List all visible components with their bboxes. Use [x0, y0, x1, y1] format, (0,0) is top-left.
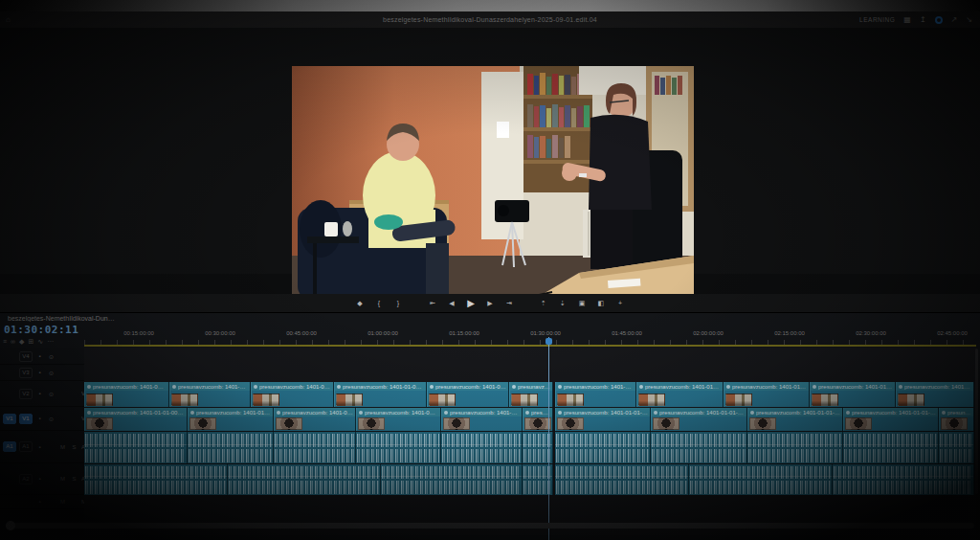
video-clip[interactable]: presunavzucomb: 1401-01-01-0023 NemethN…: [356, 408, 441, 431]
workspaces-icon[interactable]: ▦: [903, 16, 911, 24]
lock-icon[interactable]: ▪: [35, 353, 44, 359]
source-patch[interactable]: [3, 368, 16, 378]
audio-clip[interactable]: [939, 432, 974, 463]
track-target[interactable]: V3: [19, 368, 33, 378]
solo-button[interactable]: S: [70, 476, 78, 482]
audio-clip[interactable]: [833, 464, 974, 495]
lock-icon[interactable]: ▪: [35, 444, 44, 450]
audio-clip[interactable]: [228, 464, 381, 495]
share-icon[interactable]: ↗: [951, 16, 958, 24]
source-patch[interactable]: [3, 474, 16, 484]
lock-icon[interactable]: ▪: [35, 499, 44, 505]
mute-button[interactable]: M: [58, 444, 67, 450]
linked-selection-icon[interactable]: ∞: [11, 338, 15, 346]
audio-clip[interactable]: [356, 432, 441, 463]
video-clip[interactable]: presunavzucomb: 1401-01-01-0069 Nemeth…: [810, 382, 896, 407]
solo-button[interactable]: S: [70, 444, 78, 450]
video-clip[interactable]: presunavzucomb: 1401-01-01-0065 N…: [509, 382, 553, 407]
timeline-settings-icon[interactable]: ≡: [3, 338, 7, 346]
go-to-out-button[interactable]: ⇥: [504, 300, 515, 307]
audio-clip[interactable]: [84, 432, 188, 463]
video-clip[interactable]: presunavzucomb: 1401-01-01-0063 Nemeth…: [334, 382, 427, 407]
mark-in-button[interactable]: {: [374, 300, 385, 306]
audio-clip[interactable]: [188, 432, 274, 463]
source-patch[interactable]: A1: [3, 441, 16, 452]
go-to-in-button[interactable]: ⇤: [428, 300, 438, 307]
audio-clip[interactable]: [689, 464, 833, 495]
insert-mode-icon[interactable]: ⊞: [28, 338, 33, 346]
audio-clip[interactable]: [84, 464, 228, 495]
comparison-view-button[interactable]: ◧: [596, 300, 607, 307]
video-clip[interactable]: presunavzucomb: 1401-01-01-0024 NemethN…: [441, 408, 523, 431]
lock-icon[interactable]: ▪: [35, 476, 44, 482]
home-icon[interactable]: ⌂: [6, 11, 11, 28]
more-icon[interactable]: ⋯: [47, 338, 54, 346]
add-marker-icon[interactable]: ◆: [19, 338, 24, 346]
video-clip[interactable]: presunavzucomb: 1401-01-01-0064 Nemeth…: [427, 382, 509, 407]
timeline-ruler[interactable]: 00:15:00:0000:30:00:0000:45:00:0001:00:0…: [84, 329, 976, 345]
lock-icon[interactable]: ▪: [35, 416, 44, 421]
button-editor-button[interactable]: +: [615, 300, 626, 306]
play-button[interactable]: ▶: [466, 298, 477, 308]
track-target[interactable]: A2: [19, 474, 33, 484]
export-frame-button[interactable]: ▣: [577, 300, 588, 307]
mute-button[interactable]: M: [58, 499, 67, 505]
track-target[interactable]: [19, 497, 33, 507]
video-clip[interactable]: presunavzucomb: 1401-01-01-0020 NemethN…: [84, 408, 188, 431]
video-clip[interactable]: presunavzucomb: 1401-01-01-0060 Nemeth…: [84, 382, 169, 407]
video-clip[interactable]: presunavzucomb: 1401-01-01-0070 Nemeth…: [896, 382, 974, 407]
video-clip[interactable]: presunavzucomb: 1401-01-01-0062 Nemeth…: [251, 382, 334, 407]
source-patch[interactable]: [3, 389, 16, 399]
video-clip[interactable]: presunavzucomb: 1401-01-01-0061 Nemeth…: [169, 382, 251, 407]
scrollbar-knob[interactable]: [6, 521, 15, 530]
timeline-vertical-scrollbar[interactable]: [975, 349, 978, 494]
video-clip[interactable]: presunavzucomb: 1401-01-01-0029 NemethN…: [843, 408, 939, 431]
work-area-bar[interactable]: [84, 345, 976, 347]
sequence-tab[interactable]: beszelgetes-NemethIldikoval-Dun…: [8, 315, 122, 322]
audio-clip[interactable]: [651, 432, 747, 463]
track-target[interactable]: V4: [19, 351, 33, 362]
mute-button[interactable]: M: [58, 476, 67, 482]
audio-clip[interactable]: [274, 432, 356, 463]
audio-clip[interactable]: [555, 464, 689, 495]
video-clip[interactable]: presunavzucomb: 1401-01-01-0026 NemethN…: [555, 408, 651, 431]
extract-button[interactable]: ⇣: [558, 300, 568, 307]
mark-out-button[interactable]: }: [393, 300, 404, 306]
snap-icon[interactable]: ∿: [37, 338, 43, 346]
eye-icon[interactable]: ⊙: [47, 370, 56, 376]
quick-export-icon[interactable]: ↥: [920, 16, 926, 24]
video-clip[interactable]: presunavzucomb: 1401-01-01-0030 N…: [939, 408, 974, 431]
video-clip[interactable]: presunavzucomb: 1401-01-01-0068 Nemeth…: [724, 382, 810, 407]
lock-icon[interactable]: ▪: [35, 370, 44, 375]
source-patch[interactable]: [3, 351, 16, 362]
learning-workspace-label[interactable]: LEARNING: [859, 16, 895, 23]
audio-clip[interactable]: [381, 464, 523, 495]
step-forward-button[interactable]: ▶: [485, 300, 496, 307]
video-clip[interactable]: presunavzucomb: 1401-01-01-0028 NemethN…: [747, 408, 843, 431]
audio-clip[interactable]: [843, 432, 939, 463]
source-patch[interactable]: V1: [3, 414, 16, 424]
audio-clip[interactable]: [555, 432, 651, 463]
video-clip[interactable]: presunavzucomb: 1401-01-01-0027 NemethN…: [651, 408, 747, 431]
audio-clip[interactable]: [747, 432, 843, 463]
lift-button[interactable]: ⇡: [539, 300, 549, 307]
timeline-horizontal-scrollbar[interactable]: [6, 523, 974, 529]
track-target[interactable]: A1: [19, 441, 33, 452]
fullscreen-icon[interactable]: ↘: [966, 16, 972, 24]
source-patch[interactable]: [3, 497, 16, 507]
video-clip[interactable]: presunavzucomb: 1401-01-01-0022 NemethN…: [274, 408, 356, 431]
timeline-playhead[interactable]: [548, 337, 549, 540]
lock-icon[interactable]: ▪: [35, 391, 44, 396]
video-clip[interactable]: presunavzucomb: 1401-01-01-0066 Nemeth…: [555, 382, 636, 407]
eye-icon[interactable]: ⊙: [47, 353, 56, 360]
sync-progress-icon[interactable]: [935, 16, 943, 24]
playhead-timecode[interactable]: 01:30:02:11: [4, 324, 78, 336]
add-marker-button[interactable]: ◆: [355, 300, 366, 307]
eye-icon[interactable]: ⊙: [47, 391, 56, 397]
track-target[interactable]: V2: [19, 389, 33, 399]
step-back-button[interactable]: ◀: [447, 300, 457, 307]
eye-icon[interactable]: ⊙: [47, 416, 56, 422]
video-clip[interactable]: presunavzucomb: 1401-01-01-0021 NemethN…: [188, 408, 274, 431]
track-target[interactable]: V1: [19, 414, 33, 424]
audio-clip[interactable]: [441, 432, 523, 463]
